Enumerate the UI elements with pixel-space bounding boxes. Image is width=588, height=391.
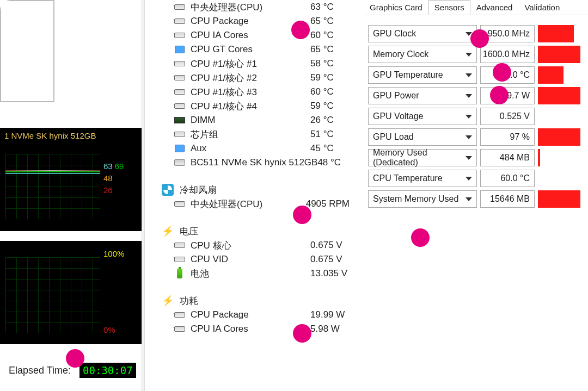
- sensor-row[interactable]: CPU IA Cores60 °C: [152, 28, 360, 42]
- left-panel: 1 NVMe SK hynix 512GB 6369 48 26 100% 0%…: [0, 0, 142, 391]
- annotation-dot: [493, 63, 511, 82]
- sensor-sparkline: [538, 149, 580, 166]
- tab-graphics card[interactable]: Graphics Card: [364, 0, 428, 15]
- tab-advanced[interactable]: Advanced: [470, 0, 519, 15]
- sensor-sparkline: [538, 108, 580, 125]
- left-blank-chart: [0, 0, 54, 102]
- gpu-sensor-name[interactable]: GPU Power: [368, 87, 477, 104]
- sensor-value: 65 °C: [310, 44, 350, 55]
- fan-header[interactable]: 冷却风扇: [152, 183, 360, 197]
- chip-icon: [174, 89, 185, 95]
- gpu-sensor-name[interactable]: System Memory Used: [368, 190, 477, 208]
- graph1-label-48: 48: [103, 173, 113, 183]
- sensor-sparkline: [538, 46, 580, 63]
- sensor-row[interactable]: CPU #1/核心 #360 °C: [152, 85, 360, 99]
- caret-down-icon: [465, 53, 472, 57]
- sensor-sparkline: [538, 170, 580, 187]
- graph1-label-69: 69: [115, 160, 124, 172]
- sensor-sparkline: [538, 87, 580, 104]
- gpu-sensor-name[interactable]: Memory Clock: [368, 46, 477, 63]
- gpu-sensor-name[interactable]: Memory Used (Dedicated): [368, 149, 477, 166]
- gpu-sensor-value: 484 MB: [480, 149, 535, 166]
- sensor-row[interactable]: CPU #1/核心 #158 °C: [152, 57, 360, 71]
- sensor-row[interactable]: CPU Package65 °C: [152, 14, 360, 28]
- tab-validation[interactable]: Validation: [518, 0, 566, 15]
- battery-icon: [174, 270, 185, 277]
- sensor-label: CPU #1/核心 #4: [191, 100, 310, 113]
- power-row[interactable]: CPU Package19.99 W: [152, 308, 360, 322]
- voltage-row[interactable]: CPU 核心0.675 V: [152, 238, 360, 252]
- caret-down-icon: [465, 94, 472, 98]
- sensor-row[interactable]: 芯片组51 °C: [152, 127, 360, 141]
- voltage-header[interactable]: ⚡电压: [152, 224, 360, 238]
- sensor-row[interactable]: CPU #1/核心 #259 °C: [152, 71, 360, 85]
- gpu-sensor-row: System Memory Used 15646 MB: [368, 190, 580, 208]
- sensor-value: 51 °C: [310, 129, 350, 140]
- gpu-sensor-name[interactable]: GPU Voltage: [368, 108, 477, 125]
- gpu-sensor-name[interactable]: GPU Load: [368, 128, 477, 146]
- gpu-sensor-row: GPU Temperature 61.0 °C: [368, 66, 580, 84]
- gpu-sensor-row: GPU Power 9.7 W: [368, 87, 580, 104]
- power-row[interactable]: CPU IA Cores5.98 W: [152, 322, 360, 336]
- gpu-sensor-row: CPU Temperature 60.0 °C: [368, 170, 580, 187]
- elapsed-label: Elapsed Time:: [9, 365, 71, 376]
- gpu-sensor-value: 60.0 °C: [480, 170, 535, 187]
- sensor-sparkline: [538, 128, 580, 146]
- tab-sensors[interactable]: Sensors: [428, 0, 470, 15]
- power-header[interactable]: ⚡功耗: [152, 294, 360, 308]
- caret-down-icon: [465, 115, 472, 119]
- monitor-icon: [174, 46, 185, 53]
- sensor-row[interactable]: CPU #1/核心 #459 °C: [152, 99, 360, 113]
- sensor-row[interactable]: Aux45 °C: [152, 141, 360, 156]
- sensor-value: 60 °C: [310, 86, 350, 97]
- chip-icon: [174, 312, 185, 318]
- gpu-sensor-name[interactable]: GPU Temperature: [368, 66, 477, 84]
- voltage-row[interactable]: CPU VID0.675 V: [152, 252, 360, 266]
- graph2-grid: [5, 257, 100, 333]
- sensor-label: 芯片组: [191, 128, 310, 141]
- chip-icon: [174, 326, 185, 332]
- sensor-label: BC511 NVMe SK hynix 512GB: [191, 157, 317, 168]
- gpu-sensor-row: GPU Load 97 %: [368, 128, 580, 146]
- graph1-label-26: 26: [103, 185, 113, 195]
- sensor-value: 60 °C: [310, 30, 350, 41]
- gpu-sensor-row: Memory Used (Dedicated) 484 MB: [368, 149, 580, 166]
- gpu-sensor-name[interactable]: CPU Temperature: [368, 170, 477, 187]
- annotation-dot: [291, 21, 310, 39]
- sensor-label: 中央处理器(CPU): [191, 1, 310, 14]
- sensor-row[interactable]: CPU GT Cores65 °C: [152, 42, 360, 57]
- gpu-sensor-table: GPU Clock 950.0 MHz Memory Clock 1600.0 …: [368, 25, 580, 208]
- chip-icon: [174, 201, 185, 207]
- sensor-value: 45 °C: [310, 143, 350, 154]
- gpu-sensor-row: Memory Clock 1600.0 MHz: [368, 46, 580, 63]
- chip-icon: [174, 60, 185, 67]
- fan-icon: [161, 183, 174, 196]
- annotation-dot: [293, 324, 311, 343]
- gpu-sensor-value: 0.525 V: [480, 108, 535, 125]
- annotation-dot: [470, 29, 489, 48]
- graph1-grid: [5, 154, 100, 219]
- sensor-value: 48 °C: [317, 157, 357, 168]
- sensor-graph-2: 100% 0%: [0, 241, 142, 344]
- voltage-row[interactable]: 电池13.035 V: [152, 266, 360, 281]
- chip-icon: [174, 242, 185, 249]
- chip-icon: [174, 18, 185, 24]
- sensor-sparkline: [538, 190, 580, 208]
- bolt-icon: ⚡: [161, 225, 174, 238]
- sensor-row[interactable]: 中央处理器(CPU)63 °C: [152, 0, 360, 14]
- left-divider: [142, 0, 145, 391]
- chip-icon: [174, 75, 185, 81]
- sensor-sparkline: [538, 66, 580, 84]
- gpu-sensor-value: 1600.0 MHz: [480, 46, 535, 63]
- sensor-value: 59 °C: [310, 101, 350, 111]
- gpu-sensor-name[interactable]: GPU Clock: [368, 25, 477, 42]
- annotation-dot: [293, 206, 311, 224]
- monitor-icon: [174, 145, 185, 152]
- chip-icon: [174, 131, 185, 138]
- sensor-row[interactable]: BC511 NVMe SK hynix 512GB48 °C: [152, 156, 360, 170]
- sensor-row[interactable]: DIMM26 °C: [152, 113, 360, 127]
- bolt-icon: ⚡: [161, 294, 174, 307]
- tab-strip: Graphics CardSensorsAdvancedValidation: [364, 0, 588, 15]
- fan-row[interactable]: 中央处理器(CPU)4905 RPM: [152, 197, 360, 211]
- sensor-value: 58 °C: [310, 58, 350, 69]
